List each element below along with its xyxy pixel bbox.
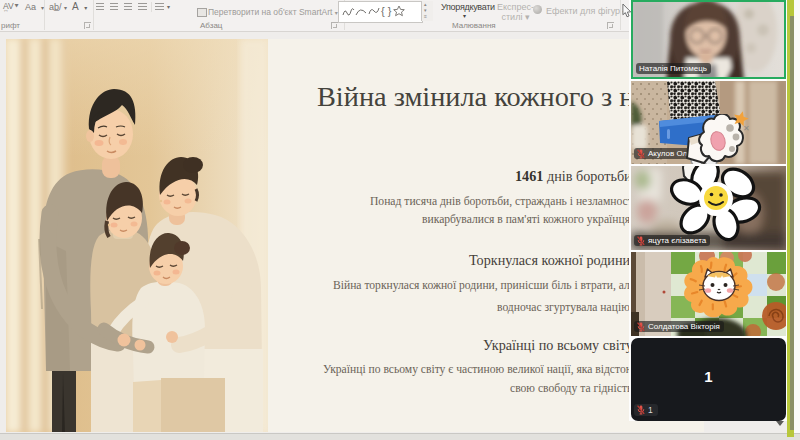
svg-text:{ }: { } <box>381 5 392 17</box>
